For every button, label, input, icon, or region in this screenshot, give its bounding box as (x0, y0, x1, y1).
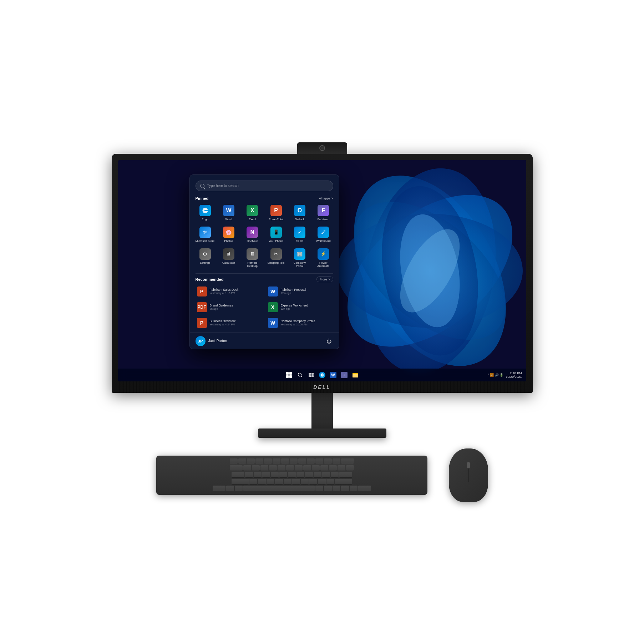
key (260, 465, 268, 471)
recent-file-5[interactable]: P Business Overview Yesterday at 4:24 PM (194, 316, 264, 330)
app-powerpoint[interactable]: P PowerPoint (265, 203, 287, 223)
key-row-3 (159, 472, 425, 478)
key (284, 479, 291, 485)
key (295, 465, 303, 471)
app-edge[interactable]: Edge (194, 203, 216, 223)
recent-file-4[interactable]: X Expense Worksheet 12h ago (265, 300, 335, 314)
file-icon-3: PDF (197, 302, 207, 312)
all-apps-link[interactable]: All apps > (319, 197, 333, 200)
key (258, 479, 266, 485)
key (301, 479, 309, 485)
file-info-5: Business Overview Yesterday at 4:24 PM (210, 319, 235, 326)
svg-rect-8 (286, 372, 289, 375)
svg-point-12 (298, 373, 301, 376)
key (303, 465, 311, 471)
recent-file-6[interactable]: W Contoso Company Profile Yesterday at 1… (265, 316, 335, 330)
key (312, 465, 320, 471)
app-fabrikam[interactable]: F Fabrikam (312, 203, 334, 223)
remote-label: Remote Desktop (243, 261, 262, 268)
outlook-label: Outlook (295, 218, 305, 221)
app-todo[interactable]: ✓ To Do (289, 224, 311, 245)
svg-rect-16 (309, 375, 311, 377)
monitor-bezel: Type here to search Pinned All apps > (112, 154, 533, 393)
search-bar[interactable]: Type here to search (196, 181, 333, 191)
start-button[interactable] (284, 370, 294, 380)
key (238, 458, 246, 464)
file-info-3: Brand Guidelines 2h ago (210, 304, 233, 310)
mouse[interactable] (449, 448, 488, 502)
app-whiteboard[interactable]: 🖊 Whiteboard (312, 224, 334, 245)
shift-right-key (335, 479, 352, 485)
key (296, 472, 304, 478)
app-excel[interactable]: X Excel (241, 203, 263, 223)
taskbar-teams[interactable]: T (339, 370, 349, 380)
pinned-header: Pinned All apps > (190, 195, 339, 203)
app-automate[interactable]: ⚡ Power Automate (312, 246, 334, 270)
user-info[interactable]: JP Jack Purton (196, 336, 227, 346)
key (286, 465, 294, 471)
excel-icon: X (247, 205, 258, 216)
recommended-header: Recommended More > (190, 275, 339, 284)
file-name-3: Brand Guidelines (210, 304, 233, 307)
app-photos[interactable]: 🌸 Photos (218, 224, 240, 245)
file-time-5: Yesterday at 4:24 PM (210, 323, 235, 326)
key (249, 479, 257, 485)
user-bar: JP Jack Purton ⏻ (190, 332, 339, 349)
key (338, 465, 345, 471)
taskbar-search[interactable] (295, 370, 305, 380)
calculator-icon: 🖩 (223, 248, 234, 260)
automate-label: Power Automate (314, 261, 333, 268)
powerpoint-icon: P (270, 205, 282, 216)
taskbar-edge[interactable] (317, 370, 327, 380)
key (315, 458, 323, 464)
taskview-button[interactable] (306, 370, 316, 380)
keyboard[interactable] (156, 456, 427, 495)
key (318, 479, 326, 485)
recent-file-2[interactable]: W Fabrikam Proposal 17m ago (265, 284, 335, 299)
file-name-2: Fabrikam Proposal (281, 288, 306, 291)
power-button[interactable]: ⏻ (325, 337, 333, 345)
key (243, 465, 251, 471)
scene: Type here to search Pinned All apps > (0, 0, 644, 644)
taskbar-right: ^ 📶 🔊 🔋 2:10 PM 10/20/2021 (488, 371, 522, 379)
key (273, 458, 280, 464)
app-snipping[interactable]: ✂ Snipping Tool (265, 246, 287, 270)
search-placeholder: Type here to search (207, 184, 239, 188)
app-remote[interactable]: 🖥 Remote Desktop (241, 246, 263, 270)
fn-key (324, 486, 332, 491)
key (230, 458, 238, 464)
app-calculator[interactable]: 🖩 Calculator (218, 246, 240, 270)
recent-file-1[interactable]: P Fabrikam Sales Deck Yesterday at 1:15 … (194, 284, 264, 299)
onenote-label: OneNote (247, 239, 258, 243)
avatar: JP (196, 336, 206, 346)
svg-rect-14 (309, 373, 311, 375)
mouse-scroll-wheel (467, 462, 470, 468)
app-phone[interactable]: 📱 Your Phone (265, 224, 287, 245)
divider (196, 273, 333, 274)
app-word[interactable]: W Word (218, 203, 240, 223)
svg-rect-11 (289, 375, 292, 378)
app-settings[interactable]: ⚙ Settings (194, 246, 216, 270)
photos-icon: 🌸 (223, 227, 234, 238)
time-display[interactable]: 2:10 PM 10/20/2021 (506, 371, 522, 379)
taskbar-word[interactable]: W (328, 370, 338, 380)
key (333, 486, 340, 491)
automate-icon: ⚡ (318, 248, 329, 260)
key-row-2 (159, 465, 425, 471)
system-tray-icons[interactable]: ^ 📶 🔊 🔋 (488, 373, 504, 377)
outlook-icon: O (294, 205, 305, 216)
file-time-2: 17m ago (281, 291, 306, 295)
app-portal[interactable]: 🏢 Company Portal (289, 246, 311, 270)
app-store[interactable]: 🛍 Microsoft Store (194, 224, 216, 245)
taskbar-explorer[interactable] (350, 370, 360, 380)
key (314, 472, 321, 478)
recent-file-3[interactable]: PDF Brand Guidelines 2h ago (194, 300, 264, 314)
more-button[interactable]: More > (316, 277, 333, 282)
webcam-lens (319, 145, 325, 151)
app-outlook[interactable]: O Outlook (289, 203, 311, 223)
app-onenote[interactable]: N OneNote (241, 224, 263, 245)
space-key (243, 486, 315, 491)
key (307, 458, 315, 464)
key-row-1 (159, 458, 425, 464)
key (350, 486, 358, 491)
